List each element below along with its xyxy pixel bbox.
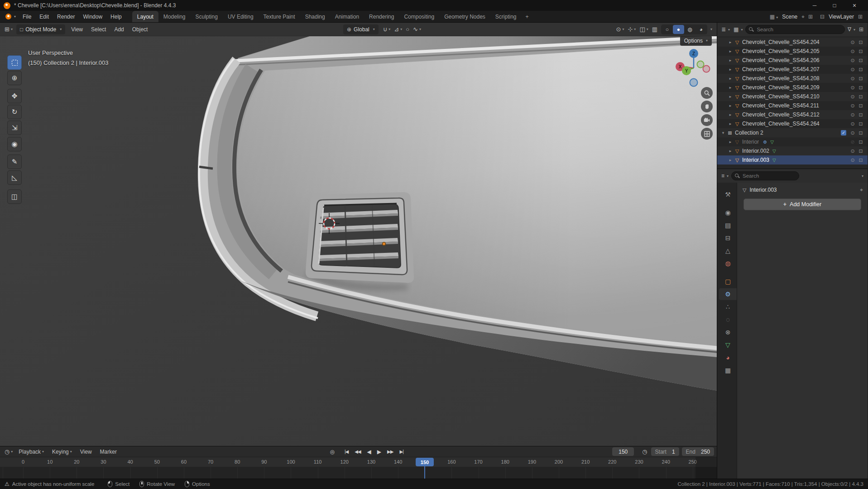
outliner-row-chevrolet-chevelle-ss454-209[interactable]: ▸▽Chevrolet_Chevelle_SS454.209⊙⊡ xyxy=(717,83,868,92)
eye-icon[interactable]: ⊙ xyxy=(849,148,857,154)
new-view-layer-icon[interactable]: ⊞ xyxy=(857,14,863,20)
menu-edit[interactable]: Edit xyxy=(35,12,53,22)
properties-tab-view-layer[interactable]: ⊟ xyxy=(719,232,737,244)
eye-icon[interactable]: ⊙ xyxy=(849,67,857,73)
workspace-tab-geometry-nodes[interactable]: Geometry Nodes xyxy=(439,11,490,22)
properties-tab-world[interactable]: ◍ xyxy=(719,257,737,269)
eye-icon[interactable]: ⊙ xyxy=(849,39,857,45)
camera-visibility-icon[interactable]: ⊡ xyxy=(857,58,865,63)
camera-visibility-icon[interactable]: ⊡ xyxy=(857,130,865,136)
snap-magnet-icon[interactable]: ∪▾ xyxy=(381,24,393,34)
next-keyframe-button[interactable]: ▶▶ xyxy=(385,449,395,454)
properties-tab-modifiers[interactable]: ⚙ xyxy=(719,288,737,300)
shading-rendered-icon[interactable]: ◕ xyxy=(695,25,707,34)
viewport-3d-scene[interactable] xyxy=(0,23,717,446)
menu-window[interactable]: Window xyxy=(79,12,106,22)
camera-visibility-icon[interactable]: ⊡ xyxy=(857,39,865,45)
eye-icon[interactable]: ⊙ xyxy=(849,121,857,127)
chevron-right-icon[interactable]: ▸ xyxy=(727,94,734,99)
workspace-tab-scripting[interactable]: Scripting xyxy=(490,11,522,22)
outliner-row-chevrolet-chevelle-ss454-212[interactable]: ▸▽Chevrolet_Chevelle_SS454.212⊙⊡ xyxy=(717,110,868,119)
playhead-current-frame[interactable]: 150 xyxy=(416,458,434,466)
zoom-icon[interactable] xyxy=(701,87,713,99)
proportional-editing-icon[interactable]: ○ xyxy=(404,24,411,34)
editor-type-button[interactable]: ⊞▾ xyxy=(3,24,14,34)
workspace-tab-compositing[interactable]: Compositing xyxy=(399,11,439,22)
chevron-right-icon[interactable]: ▸ xyxy=(727,112,734,117)
maximize-button[interactable]: □ xyxy=(825,0,844,11)
filter-icon[interactable]: ∇▾ xyxy=(847,26,856,33)
eye-icon[interactable]: ⊙ xyxy=(849,112,857,118)
menu-file[interactable]: File xyxy=(19,12,35,22)
play-button[interactable]: ▶ xyxy=(375,449,383,455)
current-frame-field[interactable]: 150 xyxy=(612,447,634,456)
properties-tab-data[interactable]: ▽ xyxy=(719,339,737,351)
outliner-row-chevrolet-chevelle-ss454-208[interactable]: ▸▽Chevrolet_Chevelle_SS454.208⊙⊡ xyxy=(717,74,868,83)
chevron-right-icon[interactable]: ▸ xyxy=(727,140,734,144)
use-preview-range-icon[interactable]: ◷ xyxy=(640,447,649,457)
new-collection-icon[interactable]: ⊞ xyxy=(858,26,864,33)
timeline-ruler[interactable]: 0102030405060708090100110120130140150160… xyxy=(0,457,717,467)
outliner-row-chevrolet-chevelle-ss454-205[interactable]: ▸▽Chevrolet_Chevelle_SS454.205⊙⊡ xyxy=(717,47,868,56)
pan-icon[interactable] xyxy=(701,101,713,112)
gizmo-neg-y-ball[interactable] xyxy=(697,61,704,68)
camera-view-icon[interactable] xyxy=(701,114,713,126)
workspace-tab-shading[interactable]: Shading xyxy=(300,11,330,22)
cursor-tool-button[interactable]: ⊕ xyxy=(7,71,22,85)
outliner-row-chevrolet-chevelle-ss454-204[interactable]: ▸▽Chevrolet_Chevelle_SS454.204⊙⊡ xyxy=(717,38,868,47)
chevron-right-icon[interactable]: ▸ xyxy=(727,103,734,108)
toggle-xray-icon[interactable]: ▥ xyxy=(650,24,659,34)
timeline-menu-playback[interactable]: Playback▾ xyxy=(14,447,48,457)
camera-visibility-icon[interactable]: ⊡ xyxy=(857,85,865,91)
chevron-right-icon[interactable]: ▸ xyxy=(727,58,734,63)
eye-closed-icon[interactable]: ⊘ xyxy=(849,139,857,145)
camera-visibility-icon[interactable]: ⊡ xyxy=(857,48,865,54)
properties-tab-object[interactable]: ▢ xyxy=(719,276,737,287)
viewport-menu-view[interactable]: View xyxy=(67,24,87,34)
workspace-tab-sculpting[interactable]: Sculpting xyxy=(191,11,223,22)
workspace-tab-texture-paint[interactable]: Texture Paint xyxy=(259,11,300,22)
camera-visibility-icon[interactable]: ⊡ xyxy=(857,157,865,163)
collection-checkbox[interactable]: ✓ xyxy=(841,130,846,136)
close-button[interactable]: × xyxy=(844,0,864,11)
transform-tool-button[interactable]: ◉ xyxy=(7,137,22,151)
outliner-row-chevrolet-chevelle-ss454-264[interactable]: ▸▽Chevrolet_Chevelle_SS454.264⊙⊡ xyxy=(717,119,868,128)
rotate-tool-button[interactable]: ↻ xyxy=(7,105,22,119)
outliner-display-mode-button[interactable]: ▦▾ xyxy=(733,26,743,33)
properties-tab-physics[interactable]: ◌ xyxy=(719,314,737,325)
scale-tool-button[interactable]: ⇲ xyxy=(7,121,22,135)
outliner-row-interior-002[interactable]: ▸▽Interior.002▽⊙⊡ xyxy=(717,146,868,155)
outliner-row-chevrolet-chevelle-ss454-211[interactable]: ▸▽Chevrolet_Chevelle_SS454.211⊙⊡ xyxy=(717,101,868,110)
timeline-track-area[interactable] xyxy=(0,467,717,479)
annotate-tool-button[interactable]: ✎ xyxy=(7,155,22,169)
camera-visibility-icon[interactable]: ⊡ xyxy=(857,67,865,73)
camera-visibility-icon[interactable]: ⊡ xyxy=(857,103,865,109)
timeline-body[interactable]: 0102030405060708090100110120130140150160… xyxy=(0,457,717,479)
chevron-right-icon[interactable]: ▸ xyxy=(727,76,734,81)
menu-render[interactable]: Render xyxy=(53,12,79,22)
playhead-line[interactable] xyxy=(424,466,425,479)
outliner-row-chevrolet-chevelle-ss454-210[interactable]: ▸▽Chevrolet_Chevelle_SS454.210⊙⊡ xyxy=(717,92,868,101)
shading-solid-icon[interactable]: ● xyxy=(673,25,684,34)
chevron-down-icon[interactable]: ▾ xyxy=(720,131,726,135)
outliner-row-collection-2[interactable]: ▾⊞Collection 2✓⊙⊡ xyxy=(717,128,868,137)
scene-name[interactable]: Scene xyxy=(781,14,799,20)
viewport-3d[interactable]: ⊞▾ □ Object Mode ▾ ViewSelectAddObject ⊕… xyxy=(0,23,717,446)
transform-orientation-dropdown[interactable]: ⊕ Global ▾ xyxy=(343,24,379,34)
chevron-right-icon[interactable]: ▸ xyxy=(727,121,734,126)
jump-end-button[interactable]: ▶| xyxy=(398,449,405,454)
eye-icon[interactable]: ⊙ xyxy=(849,103,857,109)
eye-icon[interactable]: ⊙ xyxy=(849,157,857,163)
auto-keying-toggle[interactable]: ◎ xyxy=(328,447,336,457)
camera-visibility-icon[interactable]: ⊡ xyxy=(857,94,865,100)
timeline-menu-keying[interactable]: Keying▾ xyxy=(48,447,76,457)
outliner-row-interior[interactable]: ▸▽Interior⚙▽⊘⊡ xyxy=(717,137,868,146)
properties-editor-type-button[interactable]: ≡▾ xyxy=(720,173,729,179)
properties-tab-tool[interactable]: ⚒ xyxy=(719,189,737,200)
viewport-menu-add[interactable]: Add xyxy=(110,24,128,34)
pin-id-icon[interactable]: ⌖ xyxy=(860,187,863,193)
shading-wireframe-icon[interactable]: ○ xyxy=(662,25,673,34)
properties-search-input[interactable] xyxy=(731,171,799,180)
gizmo-neg-z-ball[interactable] xyxy=(690,79,698,87)
eye-icon[interactable]: ⊙ xyxy=(849,130,857,136)
